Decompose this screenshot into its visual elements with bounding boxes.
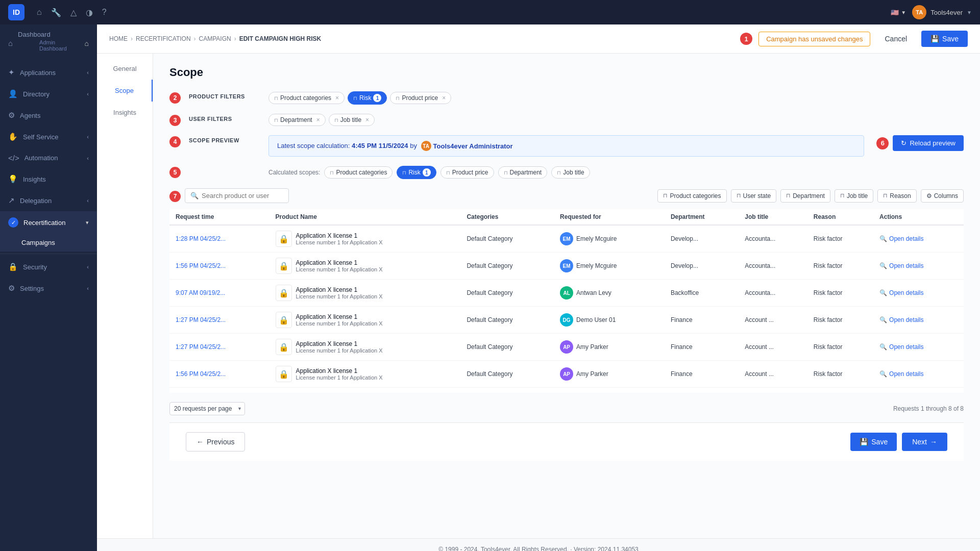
close-chip-jt[interactable]: × <box>365 116 369 123</box>
sidebar-item-campaigns[interactable]: Campaigns <box>0 234 97 252</box>
time-link-3[interactable]: 1:27 PM 04/25/2... <box>176 316 226 323</box>
sidebar-item-recertification[interactable]: ✓ Recertification ▾ <box>0 211 97 234</box>
sidebar-item-agents[interactable]: ⚙ Agents <box>0 105 97 126</box>
tab-scope[interactable]: Scope <box>97 80 153 102</box>
product-name-4: Application X license 1 <box>296 340 383 347</box>
sidebar-item-automation[interactable]: </> Automation ‹ <box>0 147 97 168</box>
per-page-dropdown[interactable]: 20 requests per page 10 requests per pag… <box>169 402 245 415</box>
time-link-2[interactable]: 9:07 AM 09/19/2... <box>176 289 225 296</box>
filter-btn-product-categories[interactable]: ⊓ Product categories <box>657 189 726 203</box>
chevron-left-ss-icon: ‹ <box>87 134 89 140</box>
open-details-btn-0[interactable]: 🔍 Open details <box>879 235 958 242</box>
sidebar-item-applications[interactable]: ✦ Applications ‹ <box>0 62 97 83</box>
top-navigation: ID ⌂ 🔧 △ ◑ ? 🇺🇸▼ TA Tools4ever ▼ <box>0 0 980 24</box>
col-product-name: Product Name <box>270 209 461 225</box>
user-menu[interactable]: TA Tools4ever ▼ <box>912 5 972 19</box>
nav-icons: ⌂ 🔧 △ ◑ ? <box>37 8 107 17</box>
sidebar-item-delegation[interactable]: ↗ Delegation ‹ <box>0 190 97 211</box>
cancel-button[interactable]: Cancel <box>876 31 915 47</box>
filter-btn-department[interactable]: ⊓ Department <box>780 189 830 203</box>
cell-product-3: 🔒 Application X license 1 License number… <box>270 307 461 334</box>
sidebar-item-directory[interactable]: 👤 Directory ‹ <box>0 83 97 105</box>
close-chip-price[interactable]: × <box>442 94 446 102</box>
app-logo[interactable]: ID <box>8 4 24 20</box>
bottom-right-actions: 💾 Save Next → <box>850 433 947 451</box>
top-nav-right: 🇺🇸▼ TA Tools4ever ▼ <box>891 5 972 19</box>
language-selector[interactable]: 🇺🇸▼ <box>891 9 906 16</box>
calc-chip-price[interactable]: ⊓ Product price <box>440 166 494 179</box>
analytics-nav-icon[interactable]: △ <box>70 8 77 17</box>
filter-btn-user-state[interactable]: ⊓ User state <box>731 189 777 203</box>
sidebar-item-settings[interactable]: ⚙ Settings ‹ <box>0 278 97 299</box>
open-details-btn-4[interactable]: 🔍 Open details <box>879 343 958 350</box>
user-name-5: Amy Parker <box>576 370 608 378</box>
time-link-1[interactable]: 1:56 PM 04/25/2... <box>176 262 226 269</box>
sidebar-item-insights[interactable]: 💡 Insights <box>0 168 97 190</box>
open-details-btn-1[interactable]: 🔍 Open details <box>879 262 958 269</box>
tools-nav-icon[interactable]: 🔧 <box>51 8 61 17</box>
calculated-scopes-row: 5 Calculated scopes: ⊓ Product categorie… <box>169 166 964 179</box>
filter-btn-reason[interactable]: ⊓ Reason <box>877 189 916 203</box>
tab-general[interactable]: General <box>97 58 153 80</box>
reload-preview-button[interactable]: ↻ Reload preview <box>893 135 964 151</box>
user-avatar: TA <box>912 5 926 19</box>
calc-chip-jt[interactable]: ⊓ Job title <box>551 166 590 179</box>
cell-user-5: AP Amy Parker <box>554 361 665 388</box>
data-table-container: Request time Product Name Categories Req… <box>169 209 964 393</box>
open-details-btn-5[interactable]: 🔍 Open details <box>879 370 958 378</box>
chip-risk[interactable]: ⊓ Risk 1 <box>348 91 387 105</box>
time-link-0[interactable]: 1:28 PM 04/25/2... <box>176 235 226 242</box>
calc-icon-jt: ⊓ <box>557 170 561 176</box>
breadcrumb-bar: HOME › RECERTIFICATION › CAMPAIGN › EDIT… <box>97 24 980 54</box>
sidebar-item-selfservice[interactable]: ✋ Self Service ‹ <box>0 126 97 147</box>
tab-insights[interactable]: Insights <box>97 102 153 123</box>
calc-chip-pc[interactable]: ⊓ Product categories <box>324 166 393 179</box>
calc-chip-dept[interactable]: ⊓ Department <box>498 166 548 179</box>
chip-job-title[interactable]: ⊓ Job title × <box>329 114 375 126</box>
time-link-4[interactable]: 1:27 PM 04/25/2... <box>176 343 226 350</box>
settings-label: Settings <box>20 285 44 292</box>
open-details-label-3: Open details <box>889 316 923 323</box>
close-chip-pc[interactable]: × <box>335 94 339 102</box>
chip-department[interactable]: ⊓ Department × <box>268 114 326 126</box>
user-name-1: Emely Mcguire <box>576 262 617 269</box>
chip-product-categories[interactable]: ⊓ Product categories × <box>268 92 345 104</box>
col-reason: Reason <box>807 209 873 225</box>
directory-label: Directory <box>23 90 50 98</box>
next-button[interactable]: Next → <box>902 433 947 451</box>
calc-label-risk: Risk <box>408 169 420 176</box>
sidebar-item-security[interactable]: 🔒 Security ‹ <box>0 256 97 278</box>
per-page-wrapper[interactable]: 20 requests per page 10 requests per pag… <box>169 402 245 415</box>
calc-chip-risk[interactable]: ⊓ Risk 1 <box>397 166 436 179</box>
search-input[interactable] <box>202 192 283 199</box>
clock-nav-icon[interactable]: ◑ <box>86 8 93 17</box>
save-button-bottom[interactable]: 💾 Save <box>850 433 897 451</box>
calc-scopes-label-empty <box>189 166 260 168</box>
chip-product-price[interactable]: ⊓ Product price × <box>390 92 451 104</box>
preview-by: by <box>410 142 417 149</box>
help-nav-icon[interactable]: ? <box>102 8 107 17</box>
cell-category-6: Default Category <box>460 388 554 393</box>
sidebar-item-dashboard[interactable]: ⌂ Dashboard Admin Dashboard ⌂ <box>0 24 97 62</box>
open-details-btn-2[interactable]: 🔍 Open details <box>879 289 958 296</box>
calc-label-jt: Job title <box>563 169 584 176</box>
cell-dept-4: Finance <box>665 334 739 361</box>
columns-button[interactable]: ⚙ Columns <box>921 189 964 203</box>
breadcrumb-recert[interactable]: RECERTIFICATION <box>136 35 191 42</box>
breadcrumb-home[interactable]: HOME <box>109 35 128 42</box>
footer-copyright: © 1999 - 2024. Tools4ever. All Rights Re… <box>97 546 980 551</box>
cell-time-6: 1:56 PM 04/25/2... <box>169 388 270 393</box>
save-button-header[interactable]: 💾 Save <box>921 31 968 47</box>
breadcrumb-campaign[interactable]: CAMPAIGN <box>199 35 231 42</box>
table-row: 1:56 PM 04/25/2... 🔒 Application X licen… <box>169 361 964 388</box>
time-link-5[interactable]: 1:56 PM 04/25/2... <box>176 370 226 378</box>
breadcrumb-sep2: › <box>194 35 196 42</box>
filter-btn-jobtitle[interactable]: ⊓ Job title <box>835 189 873 203</box>
cell-dept-0: Develop... <box>665 225 739 253</box>
open-details-btn-3[interactable]: 🔍 Open details <box>879 316 958 323</box>
home-nav-icon[interactable]: ⌂ <box>37 8 42 17</box>
close-chip-dept[interactable]: × <box>316 116 320 123</box>
previous-button[interactable]: ← Previous <box>186 432 245 452</box>
cell-time-3: 1:27 PM 04/25/2... <box>169 307 270 334</box>
col-job-title: Job title <box>739 209 807 225</box>
